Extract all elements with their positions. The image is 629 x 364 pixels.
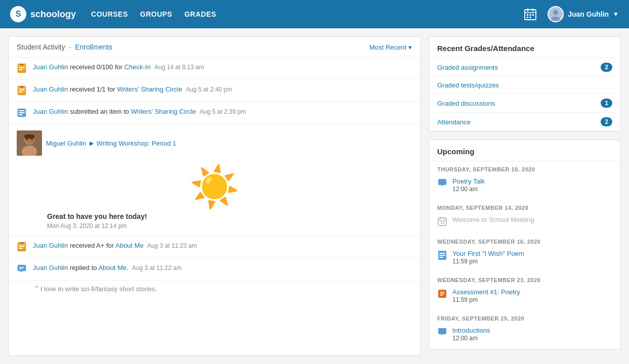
activity-item: Juan Guhlin received A+ for About Me Aug… — [9, 236, 420, 258]
grade-row: Graded discussions 1 — [429, 94, 620, 113]
graded-assignments-link[interactable]: Graded assignments — [437, 64, 498, 71]
upcoming-link[interactable]: Poetry Talk — [452, 177, 485, 185]
nav-groups[interactable]: GROUPS — [140, 10, 173, 18]
post-avatar — [17, 130, 42, 156]
svg-rect-35 — [19, 246, 25, 247]
svg-rect-14 — [19, 67, 25, 68]
activity-item-link-3[interactable]: Writers' Sharing Circle — [131, 108, 196, 115]
svg-rect-24 — [19, 112, 25, 113]
shared-icon — [17, 108, 28, 119]
svg-point-10 — [553, 10, 559, 15]
activity-header: Student Activity · Enrollments Most Rece… — [9, 37, 420, 58]
calendar-event-icon: 14 — [437, 216, 447, 226]
grades-title: Recent Grades/Attendance — [429, 37, 620, 58]
grade-row: Graded tests/quizzes — [429, 77, 620, 94]
user-name: Juan Guhlin — [568, 10, 609, 18]
activity-title: Student Activity · Enrollments — [17, 43, 112, 51]
nav-courses[interactable]: COURSES — [91, 10, 128, 18]
grade-time: Aug 3 at 11:23 am — [147, 242, 197, 249]
upcoming-link[interactable]: Your First "I Wish" Poem — [452, 250, 524, 257]
activity-middle-2: received 1/1 for — [68, 85, 117, 93]
activity-user-link[interactable]: Juan Guhlin — [33, 63, 68, 71]
calendar-icon[interactable] — [521, 5, 539, 23]
upcoming-item: 14 Welcome to School Meeting — [437, 214, 612, 231]
svg-rect-48 — [439, 257, 443, 258]
activity-time-3: Aug 5 at 2:39 pm — [200, 108, 246, 115]
header-right: Juan Guhlin ▼ — [521, 5, 619, 23]
upcoming-text: Introductions 12:00 am — [452, 327, 490, 342]
logo[interactable]: S schoology — [10, 6, 76, 22]
activity-user-link-2[interactable]: Juan Guhlin — [33, 85, 68, 93]
activity-time-2: Aug 5 at 2:40 pm — [186, 86, 232, 93]
upcoming-time: 12:00 am — [452, 186, 478, 193]
upcoming-item: Your First "I Wish" Poem 11:59 pm — [437, 248, 612, 269]
upcoming-card: Upcoming THURSDAY, SEPTEMBER 10, 2020 Po… — [429, 140, 621, 349]
svg-rect-25 — [19, 114, 23, 115]
user-menu[interactable]: Juan Guhlin ▼ — [548, 6, 619, 22]
grade-item-link[interactable]: About Me — [115, 242, 144, 249]
date-label: WEDNESDAY, SEPTEMBER 23, 2020 — [437, 277, 612, 283]
enrollments-link[interactable]: Enrollments — [75, 43, 112, 51]
assessment-icon — [437, 289, 447, 299]
upcoming-text: Welcome to School Meeting — [452, 216, 534, 223]
activity-item: Juan Guhlin received 1/1 for Writers' Sh… — [9, 80, 420, 102]
left-panel: Student Activity · Enrollments Most Rece… — [8, 36, 421, 356]
upcoming-text: Your First "I Wish" Poem 11:59 pm — [452, 250, 524, 265]
activity-middle-1: received 0/100 for — [68, 63, 124, 71]
post-time: Mon Aug 3, 2020 at 12:14 pm — [17, 222, 412, 230]
grade-row: Graded assignments 2 — [429, 58, 620, 77]
avatar — [548, 6, 564, 22]
most-recent-chevron: ▾ — [408, 43, 412, 51]
graded-discussions-link[interactable]: Graded discussions — [437, 100, 495, 107]
svg-rect-4 — [527, 14, 528, 16]
svg-rect-37 — [20, 243, 24, 244]
activity-item-link-1[interactable]: Check-In — [124, 63, 151, 71]
reply-time: Aug 3 at 11:22 am — [132, 264, 182, 271]
svg-rect-38 — [19, 267, 24, 268]
grade-user-link[interactable]: Juan Guhlin — [33, 242, 68, 249]
svg-rect-23 — [19, 110, 25, 111]
discussion-reply-icon — [17, 264, 28, 275]
attendance-link[interactable]: Attendance — [437, 118, 471, 126]
upcoming-link[interactable]: Assessment #1: Poetry — [452, 288, 520, 296]
upcoming-item: Poetry Talk 12:00 am — [437, 175, 612, 197]
date-group-sep25: FRIDAY, SEPTEMBER 25, 2020 Introductions… — [429, 310, 620, 349]
right-panel: Recent Grades/Attendance Graded assignme… — [429, 36, 621, 356]
svg-rect-19 — [19, 89, 25, 90]
svg-rect-32 — [24, 134, 34, 139]
most-recent-label: Most Recent — [369, 43, 406, 51]
upcoming-text: Assessment #1: Poetry 11:59 pm — [452, 288, 520, 303]
activity-item: Juan Guhlin replied to About Me. Aug 3 a… — [9, 258, 420, 281]
most-recent-dropdown[interactable]: Most Recent ▾ — [369, 43, 412, 51]
upcoming-time: 11:59 pm — [452, 296, 478, 303]
post-course-link[interactable]: Writing Workshop: Period 1 — [97, 140, 177, 147]
activity-user-link-3[interactable]: Juan Guhlin — [33, 108, 68, 115]
grade-middle: received A+ for — [68, 242, 115, 249]
reply-item-link[interactable]: About Me — [98, 264, 127, 271]
post-author-link[interactable]: Miguel Guhlin — [46, 140, 87, 147]
date-label: THURSDAY, SEPTEMBER 10, 2020 — [437, 166, 612, 172]
assignment-icon — [17, 63, 28, 74]
discussion-icon-2 — [437, 327, 447, 337]
upcoming-link[interactable]: Introductions — [452, 327, 490, 334]
upcoming-time: 11:59 pm — [452, 258, 478, 265]
activity-middle-3: submitted an item to — [68, 108, 131, 115]
activity-item-link-2[interactable]: Writers' Sharing Circle — [117, 85, 182, 93]
post-author-info: Miguel Guhlin ▶ Writing Workshop: Period… — [46, 140, 176, 147]
svg-rect-46 — [439, 253, 445, 254]
post-author-row: Miguel Guhlin ▶ Writing Workshop: Period… — [17, 130, 412, 156]
post-item: Miguel Guhlin ▶ Writing Workshop: Period… — [9, 124, 420, 236]
svg-rect-16 — [20, 64, 24, 66]
graded-assignments-badge: 2 — [601, 63, 612, 72]
reply-user-link[interactable]: Juan Guhlin — [33, 264, 68, 271]
activity-text-grade: Juan Guhlin received A+ for About Me Aug… — [33, 241, 197, 250]
svg-rect-7 — [527, 17, 528, 18]
graded-tests-link[interactable]: Graded tests/quizzes — [437, 81, 499, 89]
svg-rect-21 — [20, 86, 24, 88]
nav-grades[interactable]: GRADES — [184, 10, 216, 18]
user-dropdown-icon: ▼ — [613, 11, 619, 18]
grades-card: Recent Grades/Attendance Graded assignme… — [429, 36, 621, 131]
date-group-sep16: WEDNESDAY, SEPTEMBER 16, 2020 Your First… — [429, 234, 620, 272]
svg-rect-47 — [439, 255, 445, 256]
date-group-sep23: WEDNESDAY, SEPTEMBER 23, 2020 Assessment… — [429, 272, 620, 310]
